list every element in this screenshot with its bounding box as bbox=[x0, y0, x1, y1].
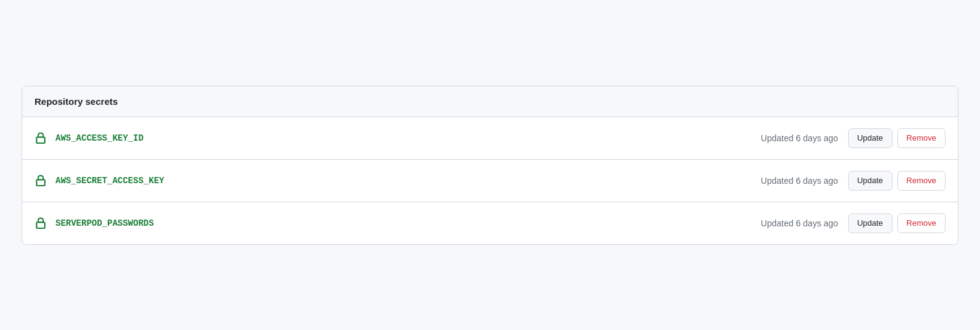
secret-name: AWS_SECRET_ACCESS_KEY bbox=[55, 176, 761, 186]
action-buttons: Update Remove bbox=[848, 171, 945, 191]
remove-button[interactable]: Remove bbox=[897, 171, 945, 191]
lock-icon bbox=[35, 175, 47, 187]
update-button[interactable]: Update bbox=[848, 128, 892, 148]
updated-text: Updated 6 days ago bbox=[761, 133, 838, 143]
secret-row: SERVERPOD_PASSWORDS Updated 6 days ago U… bbox=[22, 202, 958, 244]
secret-name: SERVERPOD_PASSWORDS bbox=[55, 218, 761, 228]
secret-row: AWS_SECRET_ACCESS_KEY Updated 6 days ago… bbox=[22, 160, 958, 202]
secret-row: AWS_ACCESS_KEY_ID Updated 6 days ago Upd… bbox=[22, 117, 958, 160]
secrets-container: Repository secrets AWS_ACCESS_KEY_ID Upd… bbox=[22, 86, 958, 245]
update-button[interactable]: Update bbox=[848, 213, 892, 233]
updated-text: Updated 6 days ago bbox=[761, 176, 838, 186]
action-buttons: Update Remove bbox=[848, 128, 945, 148]
lock-icon bbox=[35, 217, 47, 229]
section-header: Repository secrets bbox=[22, 86, 958, 117]
lock-icon bbox=[35, 132, 47, 144]
secret-name: AWS_ACCESS_KEY_ID bbox=[55, 133, 761, 143]
update-button[interactable]: Update bbox=[848, 171, 892, 191]
section-title: Repository secrets bbox=[35, 96, 118, 107]
action-buttons: Update Remove bbox=[848, 213, 945, 233]
remove-button[interactable]: Remove bbox=[897, 213, 945, 233]
updated-text: Updated 6 days ago bbox=[761, 218, 838, 228]
remove-button[interactable]: Remove bbox=[897, 128, 945, 148]
secrets-list: AWS_ACCESS_KEY_ID Updated 6 days ago Upd… bbox=[22, 117, 958, 244]
